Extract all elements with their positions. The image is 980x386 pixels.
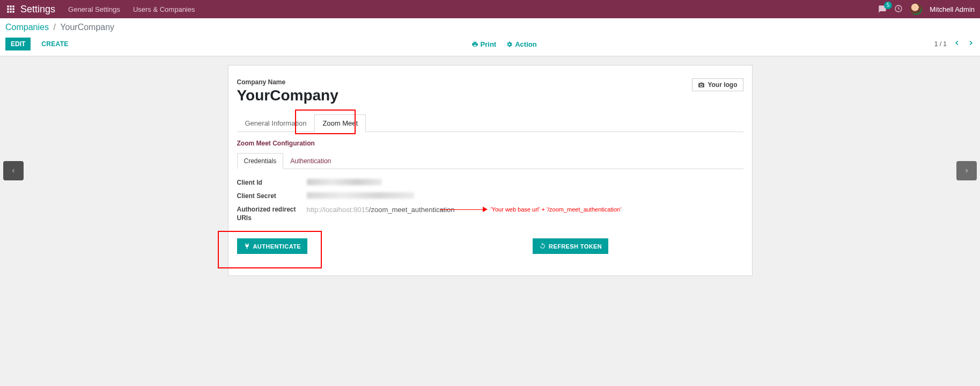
pager-count: 1 / 1	[934, 40, 947, 48]
refresh-token-button[interactable]: REFRESH TOKEN	[533, 238, 608, 254]
sub-tabs: Credentials Authentication	[237, 152, 743, 169]
authenticate-button[interactable]: AUTHENTICATE	[237, 238, 308, 254]
client-id-label: Client Id	[237, 179, 307, 187]
svg-rect-4	[10, 8, 11, 10]
action-label: Action	[515, 40, 536, 48]
field-row-client-secret: Client Secret	[237, 192, 743, 200]
client-secret-value	[307, 192, 743, 200]
user-name[interactable]: Mitchell Admin	[930, 5, 975, 13]
print-label: Print	[481, 40, 497, 48]
client-secret-label: Client Secret	[237, 192, 307, 200]
svg-rect-3	[7, 8, 9, 10]
pager-next[interactable]	[967, 39, 975, 49]
redirect-uri-value: http://localhost:8015/zoom_meet_authenti…	[307, 206, 743, 222]
print-button[interactable]: Print	[471, 40, 497, 48]
pager-prev[interactable]	[953, 39, 961, 49]
activity-button[interactable]	[894, 4, 903, 14]
main-tabs: General Information Zoom Meet	[237, 114, 743, 132]
gear-icon	[506, 41, 513, 48]
breadcrumb-root[interactable]: Companies	[5, 23, 49, 32]
refresh-token-label: REFRESH TOKEN	[549, 243, 602, 250]
chevron-left-icon	[953, 39, 961, 47]
print-icon	[471, 41, 478, 48]
annotation-text: 'Your web base url' + '/zoom_meet_authen…	[491, 206, 622, 213]
top-navbar: Settings General Settings Users & Compan…	[0, 0, 980, 18]
svg-rect-2	[12, 5, 14, 7]
plug-icon	[244, 243, 250, 250]
breadcrumb-sep: /	[53, 23, 55, 32]
avatar[interactable]	[910, 3, 922, 15]
company-name-label: Company Name	[237, 78, 338, 86]
messages-button[interactable]: 5	[878, 5, 887, 13]
app-title: Settings	[20, 4, 55, 15]
svg-rect-6	[7, 11, 9, 12]
clock-icon	[894, 4, 903, 13]
svg-rect-5	[12, 8, 14, 10]
section-header: Zoom Meet Configuration	[237, 140, 743, 147]
form-sheet: Company Name YourCompany Your logo Gener…	[228, 65, 753, 276]
svg-rect-7	[10, 11, 11, 12]
svg-rect-1	[10, 5, 11, 7]
tab-zoom-meet[interactable]: Zoom Meet	[314, 114, 366, 132]
breadcrumb-current: YourCompany	[60, 23, 114, 32]
nav-users-companies[interactable]: Users & Companies	[133, 5, 195, 13]
redirect-uri-prefix: http://localhost:8015	[307, 206, 369, 214]
tab-general-information[interactable]: General Information	[237, 114, 315, 132]
authenticate-label: AUTHENTICATE	[253, 243, 301, 250]
subtab-credentials[interactable]: Credentials	[237, 153, 284, 169]
your-logo-label: Your logo	[708, 81, 737, 89]
annotation-arrow: 'Your web base url' + '/zoom_meet_authen…	[440, 206, 622, 213]
camera-icon	[698, 82, 705, 89]
control-bar: Companies / YourCompany EDIT CREATE Prin…	[0, 18, 980, 56]
your-logo-button[interactable]: Your logo	[692, 78, 743, 91]
edit-button[interactable]: EDIT	[5, 38, 31, 50]
redirect-uri-label: Authorized redirect URIs	[237, 206, 307, 222]
action-button[interactable]: Action	[506, 40, 536, 48]
svg-rect-0	[7, 5, 9, 7]
chevron-right-icon	[967, 39, 975, 47]
svg-rect-8	[12, 11, 14, 12]
subtab-authentication[interactable]: Authentication	[283, 153, 338, 169]
messages-badge: 5	[884, 2, 893, 9]
nav-general-settings[interactable]: General Settings	[68, 5, 120, 13]
company-name-value: YourCompany	[237, 87, 338, 104]
field-row-redirect-uri: Authorized redirect URIs http://localhos…	[237, 206, 743, 222]
field-row-client-id: Client Id	[237, 179, 743, 187]
create-button[interactable]: CREATE	[36, 38, 73, 50]
client-id-value	[307, 179, 743, 187]
apps-icon[interactable]	[5, 4, 16, 14]
breadcrumb: Companies / YourCompany	[5, 23, 975, 32]
refresh-icon	[539, 243, 546, 250]
